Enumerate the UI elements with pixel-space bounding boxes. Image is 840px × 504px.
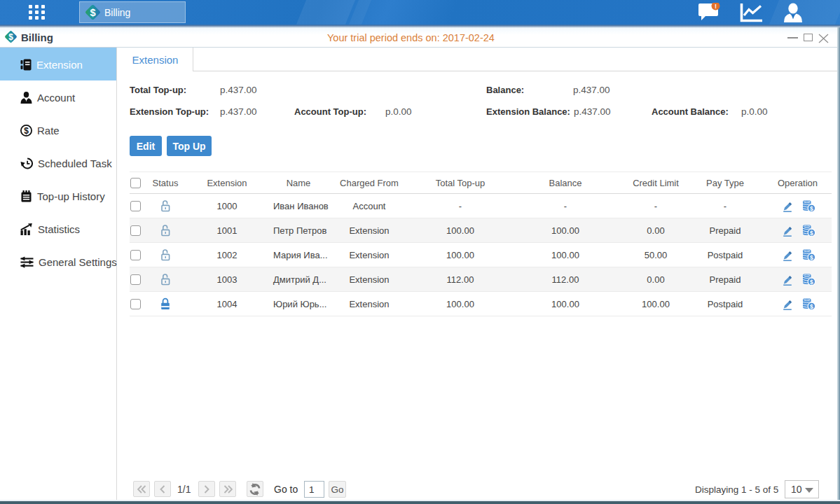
svg-text:!: ! — [715, 3, 717, 10]
svg-text:$: $ — [90, 7, 95, 18]
svg-text:$: $ — [8, 32, 13, 42]
svg-text:$: $ — [24, 126, 29, 136]
